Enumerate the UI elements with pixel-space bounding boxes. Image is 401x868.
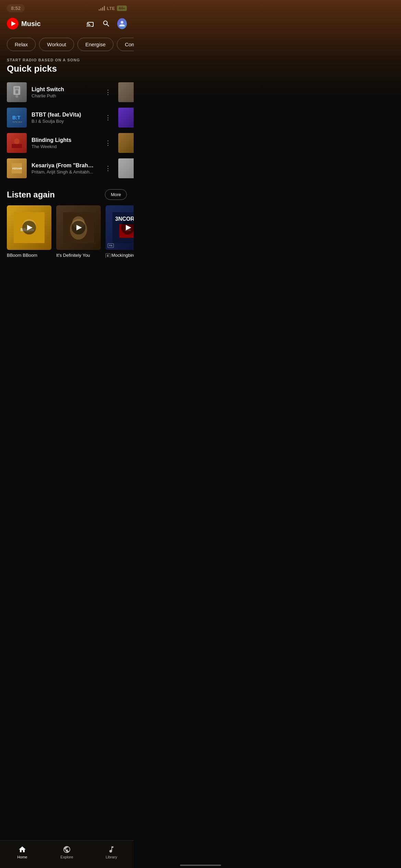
song-info: Kesariya (From "Brahmastra") Pritam, Ari… — [32, 162, 98, 174]
pill-relax[interactable]: Relax — [7, 38, 36, 51]
avatar-icon — [119, 20, 125, 27]
album-card[interactable]: BBoom BBoom BBoom — [7, 205, 51, 258]
svg-rect-3 — [15, 87, 19, 89]
song-thumbnail — [7, 82, 27, 102]
more-button[interactable]: More — [105, 189, 127, 200]
song-list: Light Switch Charlie Puth ⋮ B:T SOUNDTRA… — [0, 80, 134, 181]
song-artist: The Weeknd — [32, 144, 98, 149]
signal-bars-icon — [99, 6, 105, 11]
album-scroll: BBoom BBoom BBoom — [0, 205, 134, 266]
song-title: Kesariya (From "Brahmastra") — [32, 162, 98, 169]
song-row[interactable]: Blinding Lights The Weeknd ⋮ — [0, 130, 134, 156]
explicit-badge: E — [106, 253, 110, 258]
song-thumbnail: KESARIYA — [7, 158, 27, 178]
album-cover: 3NCORE PA — [106, 205, 134, 250]
album-title: EMockingbird — [106, 253, 134, 258]
status-time: 8:52 — [7, 4, 25, 12]
youtube-music-logo-icon — [7, 18, 19, 29]
song-thumbnail-partial — [118, 108, 134, 128]
svg-text:SOUNDTRACK: SOUNDTRACK — [12, 121, 22, 123]
song-title: Blinding Lights — [32, 137, 98, 143]
app-name: Music — [21, 20, 41, 28]
cast-button[interactable] — [86, 19, 95, 28]
listen-again-header: Listen again More — [0, 181, 134, 205]
quick-picks-subtitle: START RADIO BASED ON A SONG — [7, 58, 127, 62]
song-artist: B.I & Soulja Boy — [32, 119, 98, 124]
play-icon — [27, 225, 33, 230]
album-title: BBoom BBoom — [7, 253, 51, 258]
category-pills: Relax Workout Energise Commute — [0, 35, 134, 58]
play-icon — [76, 225, 82, 230]
song-info: Blinding Lights The Weeknd — [32, 137, 98, 149]
listen-again-title: Listen again — [7, 190, 55, 200]
song-thumbnail — [7, 133, 27, 153]
pill-energise[interactable]: Energise — [77, 38, 113, 51]
song-thumbnail-partial — [118, 158, 134, 178]
svg-rect-4 — [15, 90, 18, 94]
svg-point-8 — [14, 138, 20, 144]
battery-badge: 44+ — [117, 5, 127, 11]
profile-button[interactable] — [117, 19, 127, 28]
advisory-badge: PA — [108, 243, 114, 248]
network-label: LTE — [107, 6, 115, 11]
album-title: It's Definitely You — [56, 253, 101, 258]
song-thumbnail-partial — [118, 133, 134, 153]
quick-picks-title: Quick picks — [7, 63, 127, 74]
album-cover: BBoom — [7, 205, 51, 250]
avatar — [117, 18, 127, 29]
header-icons — [86, 19, 127, 28]
play-icon — [126, 225, 131, 230]
song-artist: Charlie Puth — [32, 93, 98, 98]
search-icon — [102, 20, 110, 28]
song-row[interactable]: B:T SOUNDTRACK BTBT (feat. DeVita) B.I &… — [0, 105, 134, 130]
pill-commute[interactable]: Commute — [117, 38, 134, 51]
pill-workout[interactable]: Workout — [39, 38, 74, 51]
more-options-button[interactable]: ⋮ — [102, 137, 113, 148]
song-thumbnail-partial — [118, 82, 134, 102]
app-header: Music — [0, 15, 134, 35]
play-overlay — [72, 221, 85, 234]
album-card[interactable]: 3NCORE PA EMockingbird — [106, 205, 134, 258]
song-title: Light Switch — [32, 86, 98, 93]
song-title: BTBT (feat. DeVita) — [32, 112, 98, 118]
logo-area: Music — [7, 18, 41, 29]
play-overlay — [121, 221, 134, 234]
song-artist: Pritam, Arijit Singh & Amitabh... — [32, 169, 98, 174]
svg-text:3NCORE: 3NCORE — [115, 216, 134, 222]
song-info: Light Switch Charlie Puth — [32, 86, 98, 98]
svg-point-5 — [15, 95, 18, 98]
play-overlay — [22, 221, 36, 234]
song-row[interactable]: KESARIYA Kesariya (From "Brahmastra") Pr… — [0, 156, 134, 181]
album-card[interactable]: It's Definitely You — [56, 205, 101, 258]
quick-picks-section: START RADIO BASED ON A SONG Quick picks — [0, 58, 134, 74]
song-row[interactable]: Light Switch Charlie Puth ⋮ — [0, 80, 134, 105]
svg-text:KESARIYA: KESARIYA — [12, 167, 22, 170]
svg-text:B:T: B:T — [12, 115, 21, 120]
more-options-button[interactable]: ⋮ — [102, 112, 113, 123]
song-thumbnail: B:T SOUNDTRACK — [7, 108, 27, 128]
more-options-button[interactable]: ⋮ — [102, 163, 113, 174]
status-right: LTE 44+ — [99, 5, 127, 11]
song-info: BTBT (feat. DeVita) B.I & Soulja Boy — [32, 112, 98, 124]
cast-icon — [86, 20, 95, 28]
status-bar: 8:52 LTE 44+ — [0, 0, 134, 15]
more-options-button[interactable]: ⋮ — [102, 87, 113, 98]
album-cover — [56, 205, 101, 250]
svg-rect-9 — [12, 144, 22, 148]
search-button[interactable] — [101, 19, 111, 28]
